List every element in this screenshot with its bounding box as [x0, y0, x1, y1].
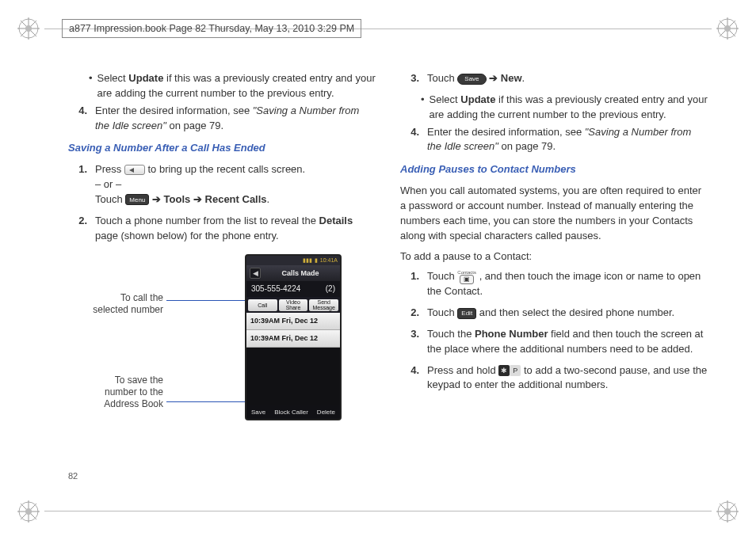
step-item: 3. Touch the Phone Number field and then… — [400, 327, 708, 357]
bullet-item: • Select Update if this was a previously… — [68, 71, 376, 101]
step-body: Touch the Phone Number field and then to… — [427, 327, 708, 357]
crop-mark-icon — [716, 500, 739, 523]
callout-label: To call the selected number — [68, 292, 163, 316]
p-key-icon: P — [510, 365, 521, 376]
step-number: 3. — [405, 327, 419, 357]
phone-count: (2) — [326, 283, 335, 295]
save-button-icon: Save — [457, 74, 486, 85]
lead-text: To add a pause to a Contact: — [400, 249, 708, 264]
phone-video-button: Video Share — [279, 299, 308, 311]
step-item: 2. Touch a phone number from the list to… — [68, 214, 376, 244]
step-body: Enter the desired information, see "Savi… — [95, 104, 376, 134]
crop-mark-icon — [716, 17, 739, 40]
svg-point-5 — [25, 25, 32, 32]
step-body: Enter the desired information, see "Savi… — [427, 125, 708, 155]
page-number: 82 — [68, 471, 78, 481]
content: • Select Update if this was a previously… — [68, 71, 708, 469]
star-key-icon: ✱ — [498, 365, 510, 376]
phone-button-row: Call Video Share Send Message — [246, 297, 340, 313]
crop-mark-icon — [17, 500, 40, 523]
right-column: 3. Touch Save ➔ New. • Select Update if … — [400, 71, 708, 469]
step-number: 4. — [405, 125, 419, 155]
phone-title: Calls Made — [264, 268, 337, 279]
step-body: Press to bring up the recent calls scree… — [95, 162, 376, 207]
step-item: 1. Touch Contacts ▣ , and then touch the… — [400, 269, 708, 299]
step-number: 4. — [405, 363, 419, 394]
step-item: 2. Touch Edit and then select the desire… — [400, 306, 708, 321]
phone-number: 305-555-4224 — [251, 283, 300, 295]
section-heading: Adding Pauses to Contact Numbers — [400, 162, 708, 177]
status-clock: 10:41A — [320, 257, 338, 264]
phone-log-entry: 10:39AM Fri, Dec 12 — [246, 313, 340, 330]
step-body: Touch Save ➔ New. — [427, 71, 708, 86]
phone-titlebar: ◀ Calls Made — [246, 265, 340, 281]
phone-number-row: 305-555-4224 (2) — [246, 281, 340, 297]
softkey-block: Block Caller — [274, 408, 308, 417]
phone-blank — [246, 348, 340, 405]
phone-mock: ▮▮▮ ▮ 10:41A ◀ Calls Made 305-555-4224 (… — [245, 254, 342, 420]
softkey-delete: Delete — [317, 408, 335, 417]
phone-softbar: Save Block Caller Delete — [246, 405, 340, 419]
step-number: 1. — [405, 269, 419, 299]
bullet-text: Select Update if this was a previously c… — [97, 71, 376, 101]
bullet-text: Select Update if this was a previously c… — [430, 93, 708, 123]
arrow-icon: ➔ — [152, 193, 164, 205]
phone-call-button: Call — [248, 299, 277, 311]
step-body: Touch Contacts ▣ , and then touch the im… — [427, 269, 708, 299]
bullet-item: • Select Update if this was a previously… — [400, 93, 708, 123]
step-item: 4. Press and hold ✱P to add a two-second… — [400, 363, 708, 394]
step-number: 1. — [73, 162, 87, 207]
left-column: • Select Update if this was a previously… — [68, 71, 376, 469]
bullet-dot-icon: • — [421, 93, 425, 123]
paragraph: When you call automated systems, you are… — [400, 184, 708, 243]
step-item: 1. Press to bring up the recent calls sc… — [68, 162, 376, 207]
phone-log-entry: 10:39AM Fri, Dec 12 — [246, 330, 340, 348]
callout-line — [166, 401, 250, 402]
crop-mark-icon — [17, 17, 40, 40]
battery-icon: ▮ — [315, 257, 318, 264]
step-number: 4. — [73, 104, 87, 134]
signal-icon: ▮▮▮ — [303, 257, 312, 264]
page-root: a877 Impression.book Page 82 Thursday, M… — [0, 0, 756, 540]
arrow-icon: ➔ — [489, 72, 501, 84]
phone-send-button: Send Message — [309, 299, 338, 311]
callout-label: To save the number to the Address Book — [68, 375, 163, 410]
send-key-icon — [124, 165, 145, 175]
step-body: Press and hold ✱P to add a two-second pa… — [427, 363, 708, 394]
step-number: 2. — [73, 214, 87, 244]
step-item: 3. Touch Save ➔ New. — [400, 71, 708, 86]
step-body: Touch Edit and then select the desired p… — [427, 306, 708, 321]
crop-header-text: a877 Impression.book Page 82 Thursday, M… — [69, 23, 354, 34]
svg-point-23 — [724, 508, 731, 515]
step-item: 4. Enter the desired information, see "S… — [400, 125, 708, 155]
contacts-icon: Contacts ▣ — [457, 270, 476, 284]
section-heading: Saving a Number After a Call Has Ended — [68, 141, 376, 156]
edit-button-icon: Edit — [457, 308, 476, 319]
phone-figure: To call the selected number To save the … — [68, 254, 376, 428]
svg-point-17 — [25, 508, 32, 515]
softkey-save: Save — [251, 408, 265, 417]
crop-header: a877 Impression.book Page 82 Thursday, M… — [62, 19, 361, 38]
arrow-icon: ➔ — [193, 193, 205, 205]
step-number: 3. — [405, 71, 419, 86]
crop-rule — [44, 511, 712, 511]
phone-statusbar: ▮▮▮ ▮ 10:41A — [246, 256, 340, 265]
step-number: 2. — [405, 306, 419, 321]
menu-icon: Menu — [125, 194, 149, 205]
svg-point-11 — [724, 25, 731, 32]
step-body: Touch a phone number from the list to re… — [95, 214, 376, 244]
step-item: 4. Enter the desired information, see "S… — [68, 104, 376, 134]
bullet-dot-icon: • — [89, 71, 93, 101]
back-icon: ◀ — [250, 268, 261, 279]
